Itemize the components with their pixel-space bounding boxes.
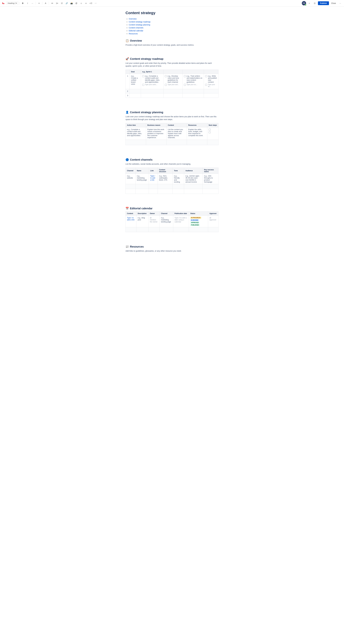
table-button[interactable]: ⨯: [84, 1, 88, 6]
add-collaborator-button[interactable]: +: [307, 1, 312, 6]
channels-row1-link[interactable]: Type / to add a link: [149, 174, 158, 184]
align-button[interactable]: ≡: [37, 1, 41, 6]
roadmap-row3-col3[interactable]: [164, 94, 182, 98]
close-button[interactable]: Close: [330, 1, 337, 5]
roadmap-row1-col5-placeholder[interactable]: Type your ac...: [208, 84, 217, 87]
calendar-row2-owner[interactable]: [148, 227, 160, 232]
channels-row1-structure[interactable]: e.g., hero, subheader, blurb, CTA: [158, 174, 172, 184]
channels-row1-name[interactable]: e.g., marketing landing page: [136, 174, 149, 184]
italic-button[interactable]: I: [25, 1, 30, 6]
calendar-row1-desc[interactable]: e.g., blog post: [136, 216, 148, 227]
calendar-row1-channel[interactable]: e.g., marketing landing page: [160, 216, 173, 227]
roadmap-row2-goal[interactable]: [130, 89, 141, 94]
channels-row2-channel[interactable]: [126, 184, 136, 189]
roadmap-row1-col3-placeholder[interactable]: Type your acti...: [168, 84, 179, 86]
calendar-row1-owner[interactable]: @ mention the owner: [148, 216, 160, 227]
roadmap-row1-col5-cb2[interactable]: [205, 84, 207, 86]
toc-link-calendar[interactable]: Editorial calendar: [129, 30, 143, 32]
roadmap-row1-goal[interactable]: e.g., Create a unified brand voice: [130, 74, 141, 89]
user-avatar[interactable]: CK: [302, 1, 306, 6]
planning-row2-next[interactable]: [207, 140, 218, 145]
toc-link-overview[interactable]: Overview: [129, 18, 137, 20]
channels-row3-name[interactable]: [136, 189, 149, 194]
numbered-list-button[interactable]: 1≡: [55, 1, 59, 6]
roadmap-row1-col5-cb[interactable]: [205, 75, 207, 77]
calendar-row2-approver[interactable]: [208, 227, 218, 232]
roadmap-row1-sprint1-cb[interactable]: [142, 75, 144, 77]
image-button[interactable]: 📸: [69, 1, 74, 6]
more-options-button[interactable]: ···: [338, 1, 343, 6]
roadmap-row1-col5[interactable]: e.g., Write and publish new content Type…: [204, 74, 218, 89]
calendar-row2-status[interactable]: [189, 227, 208, 232]
channels-row3-audience[interactable]: [184, 189, 203, 194]
roadmap-row2-col5[interactable]: [204, 89, 218, 94]
planning-row2-content[interactable]: [167, 140, 187, 145]
planning-row1-content[interactable]: List the content you plan to create and …: [167, 127, 187, 140]
channels-row2-structure[interactable]: [158, 184, 172, 189]
planning-row1-resources[interactable]: Explain the skills, tools, budget, and t…: [187, 127, 207, 140]
calendar-row1-status[interactable]: IN PROGRESS IN REVIEW APPROVED PUBLISHED: [189, 216, 208, 227]
roadmap-row1-col4-cb2[interactable]: [184, 84, 186, 86]
channels-row2-link[interactable]: [149, 184, 158, 189]
channels-row2-audience[interactable]: [184, 184, 203, 189]
channels-row3-structure[interactable]: [158, 189, 172, 194]
bullet-list-button[interactable]: •≡: [50, 1, 54, 6]
roadmap-row2-col3[interactable]: [164, 89, 182, 94]
template-button[interactable]: ⊡: [313, 1, 317, 6]
channels-row3-channel[interactable]: [126, 189, 136, 194]
toc-link-resources[interactable]: Resources: [129, 32, 138, 35]
mention-button[interactable]: @: [74, 1, 78, 6]
roadmap-row2-col4[interactable]: [182, 89, 204, 94]
insert-button[interactable]: +☷: [89, 1, 93, 6]
calendar-row1-approver[interactable]: @ approver: [208, 216, 218, 227]
roadmap-row3-col4[interactable]: [182, 94, 204, 98]
roadmap-row1-col3-cb2[interactable]: [165, 84, 167, 86]
roadmap-row3-goal[interactable]: [130, 94, 141, 98]
text-color-button[interactable]: A: [43, 1, 48, 6]
roadmap-row1-sprint1-placeholder[interactable]: Type your actio...: [145, 84, 157, 86]
planning-row1-business[interactable]: Explain how this work solves a business …: [146, 127, 167, 140]
channels-row3-link[interactable]: [149, 189, 158, 194]
channels-row2-name[interactable]: [136, 184, 149, 189]
calendar-row2-content[interactable]: [126, 227, 136, 232]
planning-row1-cb1[interactable]: [209, 129, 210, 130]
app-logo[interactable]: [1, 1, 5, 5]
link-button[interactable]: 🔗: [64, 1, 69, 6]
channels-row1-channel[interactable]: e.g., website: [126, 174, 136, 184]
bold-button[interactable]: B: [20, 1, 25, 6]
toc-link-roadmap[interactable]: Content strategy roadmap: [129, 21, 151, 23]
calendar-row2-channel[interactable]: [160, 227, 173, 232]
channels-row1-metric[interactable]: e.g., click throughs to product homepage: [203, 174, 218, 184]
channels-row2-tone[interactable]: [172, 184, 184, 189]
planning-row1-next[interactable]: [207, 127, 218, 140]
planning-row2-action[interactable]: [126, 140, 146, 145]
channels-row3-tone[interactable]: [172, 189, 184, 194]
emoji-button[interactable]: ☺: [79, 1, 83, 6]
channels-row1-tone[interactable]: e.g., friendly and exciting: [172, 174, 184, 184]
planning-row2-resources[interactable]: [187, 140, 207, 145]
channels-row1-audience[interactable]: e.g., women ages 35-49 who earn over $10…: [184, 174, 203, 184]
publish-button[interactable]: Publish: [318, 1, 329, 5]
task-list-button[interactable]: ☑: [60, 1, 64, 6]
planning-row1-action[interactable]: e.g., Complete a content audit and ident…: [126, 127, 146, 140]
channels-row3-metric[interactable]: [203, 189, 218, 194]
more-text-button[interactable]: ···: [30, 1, 34, 6]
planning-row2-business[interactable]: [146, 140, 167, 145]
calendar-row1-pubdate[interactable]: Type // to add a date using a calendar: [173, 216, 189, 227]
calendar-row1-content[interactable]: Type / to add a link: [126, 216, 136, 227]
toc-link-channels[interactable]: Content channels: [129, 27, 143, 29]
calendar-row2-pubdate[interactable]: [173, 227, 189, 232]
toc-link-planning[interactable]: Content strategy planning: [129, 24, 150, 26]
channels-row2-metric[interactable]: [203, 184, 218, 189]
more-insert-button[interactable]: ⋯: [94, 1, 98, 6]
roadmap-row1-sprint1[interactable]: e.g., Complete a content audit and ident…: [141, 74, 164, 89]
roadmap-row3-col5[interactable]: [204, 94, 218, 98]
roadmap-row1-col4-cb[interactable]: [184, 75, 186, 77]
planning-row1-cb2[interactable]: [209, 132, 210, 133]
roadmap-row3-sprint1[interactable]: [141, 94, 164, 98]
roadmap-row1-col4-placeholder[interactable]: Type your ac...: [187, 84, 197, 86]
roadmap-row1-col3-cb[interactable]: [165, 75, 167, 77]
roadmap-row1-col4[interactable]: e.g., Train writers and stakeholders on …: [182, 74, 204, 89]
roadmap-row1-sprint1-cb2[interactable]: [142, 84, 144, 86]
heading-selector[interactable]: Heading 2 ▾: [6, 2, 18, 5]
